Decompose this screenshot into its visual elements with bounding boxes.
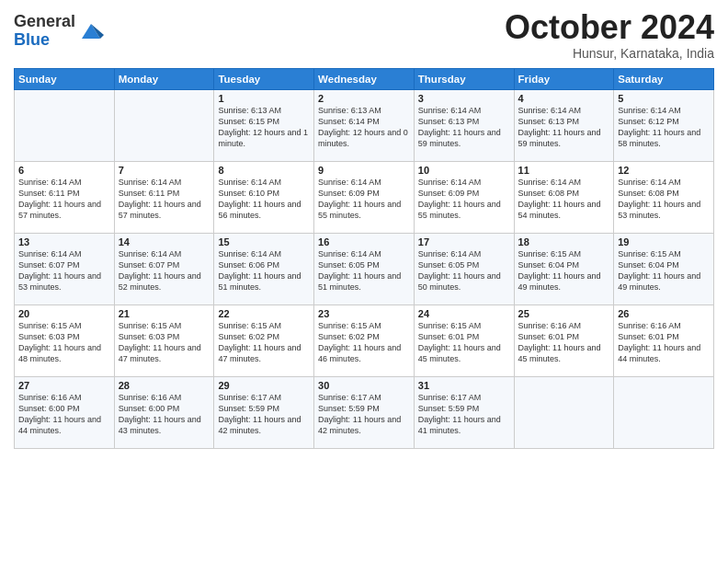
day-number: 7 bbox=[119, 165, 210, 176]
calendar-cell: 17Sunrise: 6:14 AMSunset: 6:05 PMDayligh… bbox=[414, 233, 514, 304]
cell-info: Sunrise: 6:13 AMSunset: 6:14 PMDaylight:… bbox=[318, 105, 410, 150]
calendar-cell: 13Sunrise: 6:14 AMSunset: 6:07 PMDayligh… bbox=[15, 233, 115, 304]
day-number: 28 bbox=[119, 380, 210, 391]
day-header-monday: Monday bbox=[114, 68, 214, 89]
day-header-wednesday: Wednesday bbox=[314, 68, 415, 89]
cell-info: Sunrise: 6:14 AMSunset: 6:13 PMDaylight:… bbox=[418, 105, 510, 150]
calendar-cell: 31Sunrise: 6:17 AMSunset: 5:59 PMDayligh… bbox=[414, 376, 514, 448]
header-row: SundayMondayTuesdayWednesdayThursdayFrid… bbox=[15, 68, 714, 89]
calendar-cell: 10Sunrise: 6:14 AMSunset: 6:09 PMDayligh… bbox=[414, 161, 514, 233]
cell-info: Sunrise: 6:14 AMSunset: 6:10 PMDaylight:… bbox=[218, 177, 310, 222]
day-number: 20 bbox=[18, 308, 110, 319]
day-number: 31 bbox=[418, 380, 510, 391]
day-number: 23 bbox=[318, 308, 410, 319]
day-header-sunday: Sunday bbox=[15, 68, 115, 89]
calendar-cell: 19Sunrise: 6:15 AMSunset: 6:04 PMDayligh… bbox=[614, 233, 714, 304]
calendar-cell: 12Sunrise: 6:14 AMSunset: 6:08 PMDayligh… bbox=[614, 161, 714, 233]
logo: General Blue bbox=[14, 13, 104, 50]
calendar-cell: 16Sunrise: 6:14 AMSunset: 6:05 PMDayligh… bbox=[314, 233, 415, 304]
calendar-cell bbox=[514, 376, 614, 448]
week-row-2: 6Sunrise: 6:14 AMSunset: 6:11 PMDaylight… bbox=[15, 161, 714, 233]
day-number: 12 bbox=[618, 165, 710, 176]
day-number: 27 bbox=[18, 380, 110, 391]
cell-info: Sunrise: 6:14 AMSunset: 6:09 PMDaylight:… bbox=[418, 177, 510, 222]
day-number: 17 bbox=[418, 236, 510, 247]
day-number: 2 bbox=[318, 93, 410, 104]
day-number: 16 bbox=[318, 236, 410, 247]
calendar-cell: 5Sunrise: 6:14 AMSunset: 6:12 PMDaylight… bbox=[614, 89, 714, 161]
week-row-5: 27Sunrise: 6:16 AMSunset: 6:00 PMDayligh… bbox=[15, 376, 714, 448]
cell-info: Sunrise: 6:14 AMSunset: 6:13 PMDaylight:… bbox=[518, 105, 610, 150]
calendar-cell bbox=[614, 376, 714, 448]
cell-info: Sunrise: 6:17 AMSunset: 5:59 PMDaylight:… bbox=[218, 392, 310, 437]
calendar-cell: 23Sunrise: 6:15 AMSunset: 6:02 PMDayligh… bbox=[314, 304, 415, 376]
logo-icon bbox=[78, 18, 104, 44]
cell-info: Sunrise: 6:14 AMSunset: 6:09 PMDaylight:… bbox=[318, 177, 410, 222]
cell-info: Sunrise: 6:14 AMSunset: 6:08 PMDaylight:… bbox=[518, 177, 610, 222]
cell-info: Sunrise: 6:15 AMSunset: 6:04 PMDaylight:… bbox=[618, 248, 710, 293]
day-number: 21 bbox=[119, 308, 210, 319]
day-number: 13 bbox=[18, 236, 110, 247]
calendar-cell: 29Sunrise: 6:17 AMSunset: 5:59 PMDayligh… bbox=[214, 376, 314, 448]
cell-info: Sunrise: 6:15 AMSunset: 6:03 PMDaylight:… bbox=[119, 320, 210, 365]
cell-info: Sunrise: 6:14 AMSunset: 6:07 PMDaylight:… bbox=[18, 248, 110, 293]
cell-info: Sunrise: 6:16 AMSunset: 6:01 PMDaylight:… bbox=[618, 320, 710, 365]
cell-info: Sunrise: 6:16 AMSunset: 6:01 PMDaylight:… bbox=[518, 320, 610, 365]
header: General Blue October 2024 Hunsur, Karnat… bbox=[14, 9, 714, 61]
day-number: 9 bbox=[318, 165, 410, 176]
day-number: 5 bbox=[618, 93, 710, 104]
cell-info: Sunrise: 6:15 AMSunset: 6:02 PMDaylight:… bbox=[318, 320, 410, 365]
calendar-table: SundayMondayTuesdayWednesdayThursdayFrid… bbox=[14, 68, 714, 449]
cell-info: Sunrise: 6:17 AMSunset: 5:59 PMDaylight:… bbox=[418, 392, 510, 437]
calendar-cell: 20Sunrise: 6:15 AMSunset: 6:03 PMDayligh… bbox=[15, 304, 115, 376]
day-number: 18 bbox=[518, 236, 610, 247]
day-number: 24 bbox=[418, 308, 510, 319]
logo-general: General bbox=[14, 12, 75, 30]
cell-info: Sunrise: 6:15 AMSunset: 6:03 PMDaylight:… bbox=[18, 320, 110, 365]
day-number: 19 bbox=[618, 236, 710, 247]
calendar-cell: 6Sunrise: 6:14 AMSunset: 6:11 PMDaylight… bbox=[15, 161, 115, 233]
calendar-cell: 3Sunrise: 6:14 AMSunset: 6:13 PMDaylight… bbox=[414, 89, 514, 161]
day-number: 29 bbox=[218, 380, 310, 391]
day-number: 22 bbox=[218, 308, 310, 319]
calendar-cell: 22Sunrise: 6:15 AMSunset: 6:02 PMDayligh… bbox=[214, 304, 314, 376]
calendar-cell: 21Sunrise: 6:15 AMSunset: 6:03 PMDayligh… bbox=[114, 304, 214, 376]
cell-info: Sunrise: 6:15 AMSunset: 6:04 PMDaylight:… bbox=[518, 248, 610, 293]
day-number: 15 bbox=[218, 236, 310, 247]
cell-info: Sunrise: 6:15 AMSunset: 6:01 PMDaylight:… bbox=[418, 320, 510, 365]
cell-info: Sunrise: 6:14 AMSunset: 6:07 PMDaylight:… bbox=[119, 248, 210, 293]
day-header-saturday: Saturday bbox=[614, 68, 714, 89]
location-subtitle: Hunsur, Karnataka, India bbox=[505, 46, 714, 61]
cell-info: Sunrise: 6:14 AMSunset: 6:05 PMDaylight:… bbox=[418, 248, 510, 293]
cell-info: Sunrise: 6:14 AMSunset: 6:05 PMDaylight:… bbox=[318, 248, 410, 293]
cell-info: Sunrise: 6:14 AMSunset: 6:11 PMDaylight:… bbox=[18, 177, 110, 222]
day-number: 25 bbox=[518, 308, 610, 319]
day-number: 10 bbox=[418, 165, 510, 176]
calendar-cell: 27Sunrise: 6:16 AMSunset: 6:00 PMDayligh… bbox=[15, 376, 115, 448]
cell-info: Sunrise: 6:15 AMSunset: 6:02 PMDaylight:… bbox=[218, 320, 310, 365]
cell-info: Sunrise: 6:17 AMSunset: 5:59 PMDaylight:… bbox=[318, 392, 410, 437]
calendar-cell bbox=[114, 89, 214, 161]
week-row-3: 13Sunrise: 6:14 AMSunset: 6:07 PMDayligh… bbox=[15, 233, 714, 304]
week-row-1: 1Sunrise: 6:13 AMSunset: 6:15 PMDaylight… bbox=[15, 89, 714, 161]
day-number: 14 bbox=[119, 236, 210, 247]
day-number: 6 bbox=[18, 165, 110, 176]
day-header-tuesday: Tuesday bbox=[214, 68, 314, 89]
calendar-cell: 25Sunrise: 6:16 AMSunset: 6:01 PMDayligh… bbox=[514, 304, 614, 376]
week-row-4: 20Sunrise: 6:15 AMSunset: 6:03 PMDayligh… bbox=[15, 304, 714, 376]
cell-info: Sunrise: 6:14 AMSunset: 6:12 PMDaylight:… bbox=[618, 105, 710, 150]
calendar-cell: 26Sunrise: 6:16 AMSunset: 6:01 PMDayligh… bbox=[614, 304, 714, 376]
cell-info: Sunrise: 6:14 AMSunset: 6:06 PMDaylight:… bbox=[218, 248, 310, 293]
day-header-friday: Friday bbox=[514, 68, 614, 89]
calendar-page: General Blue October 2024 Hunsur, Karnat… bbox=[0, 0, 728, 563]
day-number: 1 bbox=[218, 93, 310, 104]
calendar-cell: 18Sunrise: 6:15 AMSunset: 6:04 PMDayligh… bbox=[514, 233, 614, 304]
calendar-cell: 14Sunrise: 6:14 AMSunset: 6:07 PMDayligh… bbox=[114, 233, 214, 304]
calendar-cell: 1Sunrise: 6:13 AMSunset: 6:15 PMDaylight… bbox=[214, 89, 314, 161]
calendar-cell: 9Sunrise: 6:14 AMSunset: 6:09 PMDaylight… bbox=[314, 161, 415, 233]
calendar-cell: 15Sunrise: 6:14 AMSunset: 6:06 PMDayligh… bbox=[214, 233, 314, 304]
calendar-cell: 7Sunrise: 6:14 AMSunset: 6:11 PMDaylight… bbox=[114, 161, 214, 233]
day-number: 11 bbox=[518, 165, 610, 176]
day-number: 26 bbox=[618, 308, 710, 319]
day-number: 30 bbox=[318, 380, 410, 391]
